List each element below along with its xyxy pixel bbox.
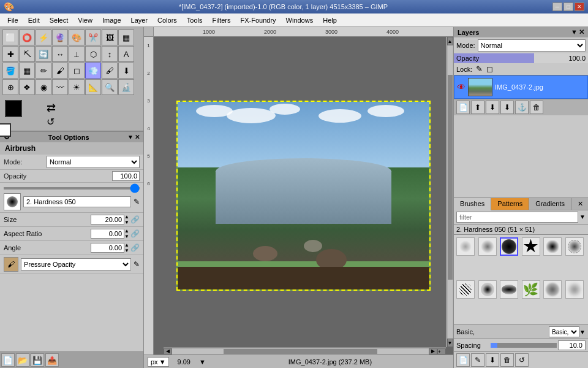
new-layer-btn[interactable]: 📄	[456, 101, 470, 114]
tool-measure[interactable]: 📐	[85, 79, 101, 95]
tool-zoom[interactable]: 🔍	[102, 79, 118, 95]
scroll-thumb-v[interactable]	[448, 75, 453, 280]
menu-view[interactable]: View	[73, 15, 97, 25]
scroll-track-v[interactable]	[448, 45, 453, 339]
aspect-ratio-value[interactable]	[91, 229, 124, 239]
brush-cell-10[interactable]: 🌿	[522, 280, 540, 299]
tool-eraser[interactable]: ◻	[69, 63, 85, 79]
menu-edit[interactable]: Edit	[23, 15, 45, 25]
tool-airbrush[interactable]: 💨	[85, 63, 101, 79]
lock-alpha-icon[interactable]: ◻	[486, 64, 493, 74]
tool-blur-sharpen[interactable]: ◉	[36, 79, 51, 95]
anchor-layer-btn[interactable]: ⚓	[515, 101, 529, 114]
export-file-btn[interactable]: 📤	[45, 353, 59, 367]
opacity-value[interactable]: 100.0	[112, 171, 140, 181]
menu-tools[interactable]: Tools	[182, 15, 208, 25]
tool-scale[interactable]: ↔	[52, 46, 68, 62]
foreground-color[interactable]	[5, 100, 22, 117]
lower-layer-btn[interactable]: ⬇	[486, 101, 499, 114]
delete-layer-btn[interactable]: 🗑	[530, 101, 543, 114]
brushes-filter-input[interactable]	[456, 212, 578, 223]
horizontal-scrollbar[interactable]: ◀ ▶ +	[164, 347, 446, 355]
scroll-left-btn[interactable]: ◀	[164, 348, 172, 355]
spacing-bar[interactable]	[491, 343, 557, 348]
tool-align[interactable]: ▦	[118, 29, 134, 45]
menu-image[interactable]: Image	[97, 15, 126, 25]
brush-cell-1[interactable]	[456, 237, 475, 256]
brush-cell-2[interactable]	[478, 237, 497, 256]
basic-select[interactable]: Basic,	[549, 326, 579, 337]
tool-dodge-burn[interactable]: ☀	[69, 79, 85, 95]
menu-select[interactable]: Select	[45, 15, 74, 25]
scroll-thumb-h[interactable]	[224, 349, 377, 354]
duplicate-layer-btn[interactable]: ⬇	[500, 101, 514, 114]
brush-cell-6[interactable]	[565, 237, 584, 256]
minimize-button[interactable]: ─	[552, 2, 562, 11]
dynamics-select[interactable]: Pressure Opacity	[21, 258, 131, 270]
tool-paintbrush[interactable]: 🖌	[52, 63, 68, 79]
tool-perspective[interactable]: ⬡	[85, 46, 101, 62]
tool-scissors[interactable]: ✂️	[85, 29, 101, 45]
brush-cell-9[interactable]	[500, 280, 518, 299]
tab-patterns[interactable]: Patterns	[491, 198, 529, 210]
layers-menu-icon[interactable]: ▼	[571, 28, 578, 36]
reset-colors-icon[interactable]: ↺	[47, 116, 56, 128]
brush-cell-5[interactable]	[543, 237, 562, 256]
swap-colors-icon[interactable]: ⇄	[47, 101, 56, 115]
refresh-brushes-btn[interactable]: ↺	[515, 353, 529, 367]
duplicate-brush-btn[interactable]: ⬇	[486, 353, 499, 367]
tool-shear[interactable]: ⟂	[69, 46, 85, 62]
tool-move[interactable]: ✚	[2, 46, 18, 62]
layer-visibility-icon[interactable]: 👁	[457, 82, 466, 92]
new-brush-btn[interactable]: 📄	[456, 353, 470, 367]
tool-ellipse-select[interactable]: ⭕	[19, 29, 35, 45]
menu-filters[interactable]: Filters	[208, 15, 236, 25]
angle-arrows[interactable]: ▲ ▼	[124, 242, 129, 253]
menu-help[interactable]: Help	[318, 15, 342, 25]
tool-free-select[interactable]: ⚡	[36, 29, 51, 45]
tool-select-by-color[interactable]: 🎨	[69, 29, 85, 45]
tool-clone[interactable]: ⬇	[118, 63, 134, 79]
brush-edit-icon[interactable]: ✎	[134, 197, 140, 206]
unit-selector[interactable]: px ▼	[148, 357, 169, 367]
spacing-value-input[interactable]	[558, 340, 586, 350]
tool-blend[interactable]: ▦	[19, 63, 35, 79]
tool-rect-select[interactable]: ⬜	[2, 29, 18, 45]
mode-select[interactable]: Normal	[47, 156, 140, 168]
tool-ink[interactable]: 🖋	[102, 63, 118, 79]
close-button[interactable]: ✕	[575, 2, 584, 11]
brush-name-field[interactable]	[23, 196, 131, 207]
tab-brushes[interactable]: Brushes	[454, 198, 491, 210]
tool-crop[interactable]: ⛏	[19, 46, 35, 62]
aspect-ratio-arrows[interactable]: ▲ ▼	[124, 228, 129, 239]
brush-cell-4[interactable]	[522, 237, 540, 256]
menu-windows[interactable]: Windows	[281, 15, 318, 25]
scroll-right-btn[interactable]: ▶	[429, 348, 437, 355]
brush-cell-7[interactable]	[456, 280, 475, 299]
open-file-btn[interactable]: 📂	[16, 353, 29, 367]
tab-close-icon[interactable]: ✕	[571, 198, 588, 210]
menu-colors[interactable]: Colors	[153, 15, 182, 25]
brush-cell-3[interactable]	[500, 237, 518, 256]
tool-heal[interactable]: ⊕	[2, 79, 18, 95]
angle-chain-icon[interactable]: 🔗	[130, 243, 140, 252]
panel-menu-icon[interactable]: ▼	[127, 134, 134, 140]
size-value[interactable]	[91, 215, 124, 224]
scroll-up-btn[interactable]: ▲	[447, 37, 453, 45]
background-color[interactable]	[0, 123, 11, 137]
brush-cell-11[interactable]	[543, 280, 562, 299]
tool-fuzzy-select[interactable]: 🔮	[52, 29, 68, 45]
tool-perspective-clone[interactable]: ❖	[19, 79, 35, 95]
scroll-corner[interactable]: +	[437, 348, 446, 355]
scroll-track-h[interactable]	[172, 349, 429, 354]
brushes-filter-arrow[interactable]: ▼	[579, 213, 586, 220]
opacity-slider[interactable]	[4, 187, 140, 190]
new-document-btn[interactable]: 📄	[1, 353, 15, 367]
tool-foreground-select[interactable]: 🖼	[102, 29, 118, 45]
tool-smudge[interactable]: 〰	[52, 79, 68, 95]
menu-fx-foundry[interactable]: FX-Foundry	[235, 15, 281, 25]
tool-pencil[interactable]: ✏	[36, 63, 51, 79]
canvas-viewport[interactable]: ◀ ▶ + ▲ ▼	[154, 37, 453, 355]
size-arrows[interactable]: ▲ ▼	[124, 214, 129, 225]
panel-close-icon[interactable]: ✕	[135, 134, 140, 140]
